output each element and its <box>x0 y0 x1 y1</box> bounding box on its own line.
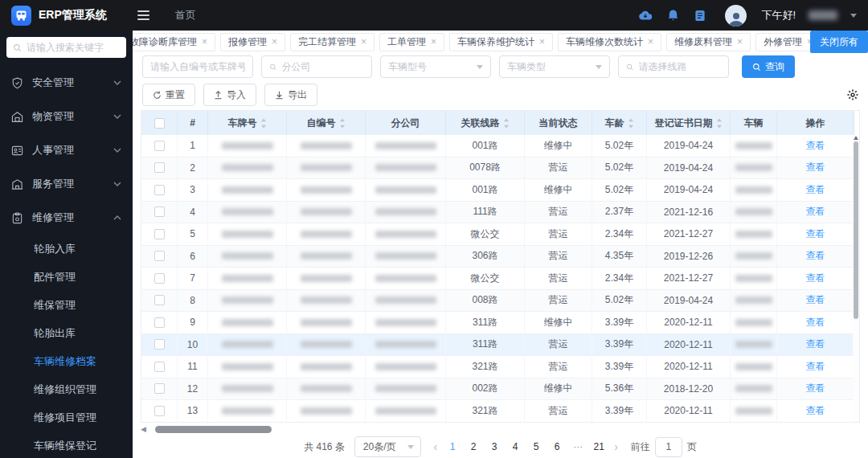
close-tab-icon[interactable]: × <box>539 37 545 47</box>
export-button[interactable]: 导出 <box>264 84 317 106</box>
sidebar-subitem-parts-management[interactable]: 配件管理 <box>0 263 133 291</box>
bell-icon[interactable] <box>665 8 680 22</box>
cell-action[interactable]: 查看 <box>777 135 854 157</box>
close-tab-icon[interactable]: × <box>648 37 653 47</box>
cell-select[interactable] <box>141 378 178 400</box>
horizontal-scroll-track[interactable] <box>149 426 860 433</box>
view-link[interactable]: 查看 <box>806 337 825 351</box>
page-button-6[interactable]: 6 <box>548 437 566 456</box>
line-input[interactable] <box>639 61 721 72</box>
row-checkbox[interactable] <box>154 383 165 394</box>
page-button-1[interactable]: 1 <box>444 437 461 456</box>
tab-item-5[interactable]: 车辆保养维护统计× <box>449 33 553 51</box>
row-checkbox[interactable] <box>154 141 165 151</box>
scroll-left-arrow-icon[interactable]: ◀ <box>141 426 146 433</box>
view-link[interactable]: 查看 <box>806 404 825 418</box>
cell-select[interactable] <box>141 356 178 378</box>
code-or-plate-input[interactable] <box>150 61 245 72</box>
select-all-checkbox[interactable] <box>154 118 165 129</box>
column-header-line[interactable]: 关联线路 <box>446 111 525 135</box>
sidebar-item-hr[interactable]: 人事管理 <box>0 133 133 167</box>
cell-action[interactable]: 查看 <box>777 268 854 289</box>
close-all-tabs-button[interactable]: 关闭所有 <box>810 31 868 53</box>
sidebar-subitem-vehicle-upkeep-register[interactable]: 车辆维保登记 <box>0 431 133 458</box>
view-link[interactable]: 查看 <box>806 161 825 174</box>
sidebar-subitem-upkeep-management[interactable]: 维保管理 <box>0 291 133 319</box>
row-checkbox[interactable] <box>154 339 165 350</box>
page-button-21[interactable]: 21 <box>590 437 608 456</box>
column-header-age[interactable]: 车龄 <box>592 111 647 135</box>
page-button-5[interactable]: 5 <box>527 437 545 456</box>
view-link[interactable]: 查看 <box>806 227 825 241</box>
cell-action[interactable]: 查看 <box>777 157 854 179</box>
sort-icon[interactable] <box>716 118 723 129</box>
tab-item-3[interactable]: 完工结算管理× <box>290 33 375 51</box>
sort-icon[interactable] <box>339 118 346 129</box>
vehicle-type-select[interactable]: 车辆类型 <box>499 55 610 78</box>
page-button-2[interactable]: 2 <box>465 437 482 456</box>
view-link[interactable]: 查看 <box>806 382 825 395</box>
row-checkbox[interactable] <box>154 317 165 328</box>
close-tab-icon[interactable]: × <box>202 37 207 47</box>
sidebar-item-security[interactable]: 安全管理 <box>0 66 133 100</box>
search-button[interactable]: 查询 <box>742 55 795 78</box>
cell-select[interactable] <box>141 223 178 245</box>
reset-button[interactable]: 重置 <box>142 84 195 106</box>
document-icon[interactable] <box>693 8 707 22</box>
sidebar-subitem-vehicle-repair-archive[interactable]: 车辆维修档案 <box>0 347 133 375</box>
view-link[interactable]: 查看 <box>806 272 825 285</box>
next-page-button[interactable]: › <box>611 440 621 453</box>
sidebar-subitem-tire-outbound[interactable]: 轮胎出库 <box>0 319 133 347</box>
view-link[interactable]: 查看 <box>806 139 825 153</box>
sidebar-subitem-repair-project-management[interactable]: 维修项目管理 <box>0 403 133 431</box>
close-tab-icon[interactable]: × <box>272 37 277 47</box>
cell-select[interactable] <box>141 157 178 179</box>
tab-item-2[interactable]: 报修管理× <box>220 33 285 51</box>
tab-item-8[interactable]: 外修管理× <box>755 33 810 51</box>
tab-item-7[interactable]: 维修废料管理× <box>666 33 751 51</box>
cell-select[interactable] <box>141 312 178 333</box>
cell-select[interactable] <box>141 334 178 356</box>
sidebar-subitem-repair-org-management[interactable]: 维修组织管理 <box>0 375 133 403</box>
row-checkbox[interactable] <box>154 295 165 305</box>
sidebar-item-maintenance[interactable]: 维修管理 <box>0 201 133 235</box>
vertical-scrollbar[interactable] <box>853 135 859 422</box>
cell-select[interactable] <box>141 400 178 422</box>
view-link[interactable]: 查看 <box>806 249 825 263</box>
prev-page-button[interactable]: ‹ <box>431 440 441 453</box>
cell-action[interactable]: 查看 <box>777 202 854 223</box>
import-button[interactable]: 导入 <box>203 84 256 106</box>
goto-page-input[interactable] <box>655 437 682 457</box>
cell-action[interactable]: 查看 <box>777 179 854 201</box>
cell-action[interactable]: 查看 <box>777 246 854 268</box>
tab-item-6[interactable]: 车辆维修次数统计× <box>558 33 661 51</box>
scroll-up-arrow-icon[interactable] <box>854 136 858 140</box>
breadcrumb[interactable]: 首页 <box>175 8 196 22</box>
sort-icon[interactable] <box>628 118 634 129</box>
row-checkbox[interactable] <box>154 185 165 195</box>
view-link[interactable]: 查看 <box>806 293 825 307</box>
horizontal-scroll-thumb[interactable] <box>155 426 272 433</box>
page-button-4[interactable]: 4 <box>506 437 524 456</box>
cell-select[interactable] <box>141 135 178 157</box>
cell-select[interactable] <box>141 246 178 268</box>
page-button-3[interactable]: 3 <box>485 437 503 456</box>
row-checkbox[interactable] <box>154 207 165 217</box>
cell-select[interactable] <box>141 179 178 201</box>
username[interactable] <box>809 10 837 20</box>
row-checkbox[interactable] <box>154 229 165 239</box>
row-checkbox[interactable] <box>154 162 165 173</box>
cell-action[interactable]: 查看 <box>777 356 854 378</box>
column-header-select[interactable] <box>141 111 178 135</box>
column-header-self_code[interactable]: 自编号 <box>287 111 366 135</box>
view-link[interactable]: 查看 <box>806 205 825 219</box>
cell-action[interactable]: 查看 <box>777 223 854 245</box>
menu-collapse-icon[interactable] <box>137 10 149 20</box>
cloud-download-icon[interactable] <box>638 8 653 22</box>
column-header-reg_date[interactable]: 登记证书日期 <box>647 111 731 135</box>
branch-input[interactable] <box>282 61 364 72</box>
vertical-scroll-thumb[interactable] <box>854 141 858 319</box>
cell-select[interactable] <box>141 268 178 289</box>
tab-item-1[interactable]: 故障诊断库管理× <box>133 33 215 51</box>
cell-action[interactable]: 查看 <box>777 334 854 356</box>
